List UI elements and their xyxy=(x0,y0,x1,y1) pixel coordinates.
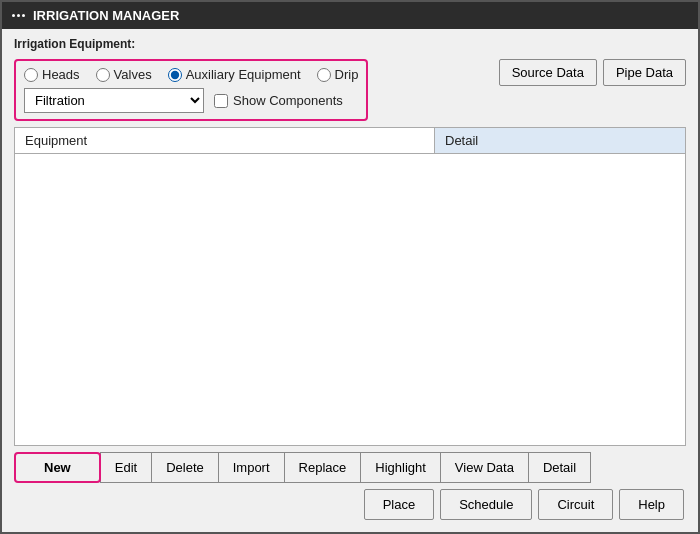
radio-valves-label: Valves xyxy=(114,67,152,82)
radio-auxiliary[interactable]: Auxiliary Equipment xyxy=(168,67,301,82)
table-header: Equipment Detail xyxy=(15,128,685,154)
radio-auxiliary-label: Auxiliary Equipment xyxy=(186,67,301,82)
irrigation-equipment-label: Irrigation Equipment: xyxy=(14,37,686,51)
pipe-data-button[interactable]: Pipe Data xyxy=(603,59,686,86)
title-bar-icon xyxy=(12,14,25,17)
equipment-column-header: Equipment xyxy=(15,128,435,153)
detail-button[interactable]: Detail xyxy=(528,452,591,483)
replace-button[interactable]: Replace xyxy=(284,452,362,483)
help-button[interactable]: Help xyxy=(619,489,684,520)
radio-row: Heads Valves Auxiliary Equipment Drip xyxy=(24,67,358,82)
import-button[interactable]: Import xyxy=(218,452,285,483)
view-data-button[interactable]: View Data xyxy=(440,452,529,483)
main-content: Irrigation Equipment: Heads Valves Auxil… xyxy=(2,29,698,532)
schedule-button[interactable]: Schedule xyxy=(440,489,532,520)
radio-valves[interactable]: Valves xyxy=(96,67,152,82)
show-components-label: Show Components xyxy=(233,93,343,108)
irrigation-manager-window: IRRIGATION MANAGER Irrigation Equipment:… xyxy=(0,0,700,534)
radio-drip[interactable]: Drip xyxy=(317,67,359,82)
new-button[interactable]: New xyxy=(14,452,101,483)
top-controls: Heads Valves Auxiliary Equipment Drip xyxy=(14,59,368,121)
bottom-section: New Edit Delete Import Replace Highlight… xyxy=(14,452,686,524)
table-body xyxy=(15,154,685,445)
circuit-button[interactable]: Circuit xyxy=(538,489,613,520)
header-buttons: Source Data Pipe Data xyxy=(499,59,686,86)
show-components-checkbox-item[interactable]: Show Components xyxy=(214,93,343,108)
place-button[interactable]: Place xyxy=(364,489,435,520)
radio-heads-label: Heads xyxy=(42,67,80,82)
detail-column-header: Detail xyxy=(435,128,685,153)
title-bar: IRRIGATION MANAGER xyxy=(2,2,698,29)
source-data-button[interactable]: Source Data xyxy=(499,59,597,86)
filter-row: Filtration Backflow Control Valves Misc … xyxy=(24,88,358,113)
edit-button[interactable]: Edit xyxy=(100,452,152,483)
highlight-button[interactable]: Highlight xyxy=(360,452,441,483)
window-title: IRRIGATION MANAGER xyxy=(33,8,179,23)
toolbar-row: New Edit Delete Import Replace Highlight… xyxy=(14,452,686,483)
radio-heads[interactable]: Heads xyxy=(24,67,80,82)
radio-drip-label: Drip xyxy=(335,67,359,82)
show-components-checkbox[interactable] xyxy=(214,94,228,108)
footer-row: Place Schedule Circuit Help xyxy=(14,489,686,520)
delete-button[interactable]: Delete xyxy=(151,452,219,483)
filter-select[interactable]: Filtration Backflow Control Valves Misc xyxy=(24,88,204,113)
equipment-table: Equipment Detail xyxy=(14,127,686,446)
